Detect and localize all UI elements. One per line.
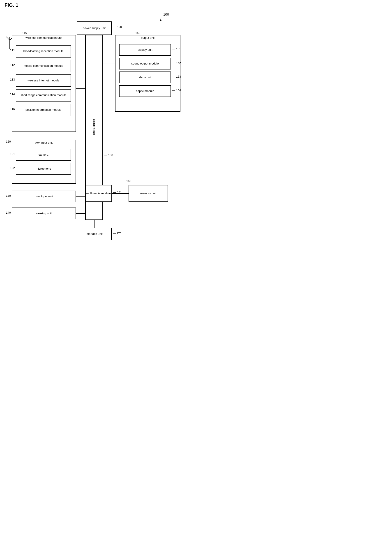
uiu-ref: 130 xyxy=(5,194,11,197)
user-input-unit-box: user input unit xyxy=(12,191,76,202)
haptic-module-box: haptic module xyxy=(119,85,171,97)
su-ref: 140 xyxy=(5,211,11,214)
arrow-100-icon: ↙ xyxy=(157,15,164,23)
power-supply-ref: — 190 xyxy=(113,25,122,29)
controller-ref: — 180 xyxy=(105,153,113,157)
fig-title: FIG. 1 xyxy=(5,2,18,8)
camera-box: camera xyxy=(16,149,71,161)
av-input-unit-box xyxy=(12,140,76,184)
pim-ref: 115 xyxy=(7,107,15,111)
srcm-ref: 114 xyxy=(7,92,15,96)
wireless-internet-module-box: wireless Internet module xyxy=(16,74,71,87)
memory-unit-box: memory unit xyxy=(129,185,168,202)
du-ref: — 151 xyxy=(172,47,181,51)
output-unit-ref: 150 xyxy=(135,31,140,35)
svg-line-1 xyxy=(6,37,10,40)
av-ref: 120 xyxy=(5,140,11,143)
display-unit-box: display unit xyxy=(119,44,171,56)
au-ref: — 153 xyxy=(172,75,181,78)
mu-ref: 160 xyxy=(126,179,167,183)
position-information-module-box: position information module xyxy=(16,104,71,116)
av-input-unit-label: A/V input unit xyxy=(13,141,75,144)
mcm-ref: 112 xyxy=(7,63,15,67)
iu-ref: — 170 xyxy=(113,232,122,235)
alarm-unit-box: alarm unit xyxy=(119,71,171,83)
sound-output-module-box: sound output module xyxy=(119,58,171,70)
interface-unit-box: interface unit xyxy=(77,228,112,240)
sensing-unit-box: sensing unit xyxy=(12,208,76,219)
wireless-communication-unit-label: wireless communication unit xyxy=(13,36,75,40)
som-ref: — 152 xyxy=(172,61,181,64)
microphone-box: microphone xyxy=(16,163,71,175)
brm-ref: 111 xyxy=(7,49,15,52)
cam-ref: 121 xyxy=(7,152,15,156)
ref-100: 100 xyxy=(163,12,169,16)
wcu-ref: 110 xyxy=(22,31,27,35)
multimedia-module-box: multimedia module xyxy=(85,185,112,202)
output-unit-label: output unit xyxy=(116,36,179,40)
wim-ref: 113 xyxy=(7,78,15,81)
short-range-communication-module-box: short range communication module xyxy=(16,89,71,102)
hm-ref: — 154 xyxy=(172,89,181,92)
mobile-communication-module-box: mobile communication module xyxy=(16,60,71,72)
mic-ref: 122 xyxy=(7,166,15,170)
power-supply-unit-box: power supply unit xyxy=(77,21,112,35)
broadcasting-reception-module-box: broadcasting reception module xyxy=(16,45,71,57)
